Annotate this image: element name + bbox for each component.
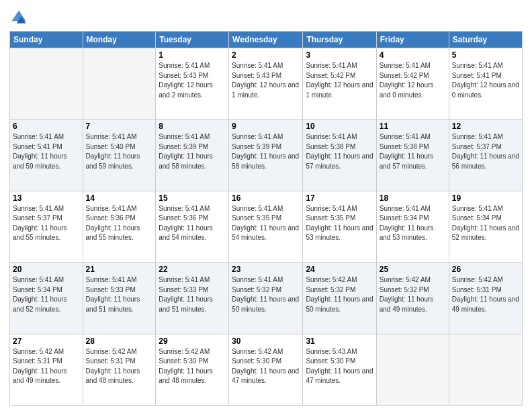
day-number: 31 <box>306 336 373 346</box>
calendar-cell: 25Sunrise: 5:42 AM Sunset: 5:32 PM Dayli… <box>376 263 449 334</box>
calendar-cell: 20Sunrise: 5:41 AM Sunset: 5:34 PM Dayli… <box>10 263 83 334</box>
day-info: Sunrise: 5:42 AM Sunset: 5:32 PM Dayligh… <box>306 275 373 314</box>
day-info: Sunrise: 5:41 AM Sunset: 5:35 PM Dayligh… <box>232 204 300 243</box>
day-info: Sunrise: 5:43 AM Sunset: 5:30 PM Dayligh… <box>306 347 373 386</box>
calendar-cell: 26Sunrise: 5:42 AM Sunset: 5:31 PM Dayli… <box>449 263 522 334</box>
calendar-row: 6Sunrise: 5:41 AM Sunset: 5:41 PM Daylig… <box>10 120 523 191</box>
weekday-header: Tuesday <box>156 32 229 48</box>
day-info: Sunrise: 5:42 AM Sunset: 5:30 PM Dayligh… <box>232 347 300 386</box>
day-number: 30 <box>232 336 300 346</box>
day-number: 11 <box>380 122 446 131</box>
day-number: 26 <box>452 265 519 274</box>
day-number: 4 <box>380 50 446 60</box>
day-info: Sunrise: 5:41 AM Sunset: 5:37 PM Dayligh… <box>13 204 80 243</box>
day-number: 17 <box>306 193 373 203</box>
day-number: 13 <box>13 193 80 203</box>
day-info: Sunrise: 5:41 AM Sunset: 5:34 PM Dayligh… <box>13 275 80 314</box>
day-number: 10 <box>306 122 373 131</box>
day-number: 25 <box>380 265 446 274</box>
calendar-cell <box>83 48 156 120</box>
day-info: Sunrise: 5:42 AM Sunset: 5:32 PM Dayligh… <box>380 275 446 314</box>
calendar-cell: 8Sunrise: 5:41 AM Sunset: 5:39 PM Daylig… <box>156 120 229 191</box>
calendar-header-row: SundayMondayTuesdayWednesdayThursdayFrid… <box>10 32 523 48</box>
svg-marker-0 <box>12 11 26 21</box>
calendar-cell <box>376 334 449 405</box>
calendar-cell: 4Sunrise: 5:41 AM Sunset: 5:42 PM Daylig… <box>376 48 449 120</box>
calendar-cell: 22Sunrise: 5:41 AM Sunset: 5:33 PM Dayli… <box>156 263 229 334</box>
day-number: 23 <box>232 265 300 274</box>
calendar-cell: 9Sunrise: 5:41 AM Sunset: 5:39 PM Daylig… <box>229 120 303 191</box>
calendar-cell: 19Sunrise: 5:41 AM Sunset: 5:34 PM Dayli… <box>449 191 522 262</box>
calendar-cell: 29Sunrise: 5:42 AM Sunset: 5:30 PM Dayli… <box>156 334 229 405</box>
calendar-cell: 1Sunrise: 5:41 AM Sunset: 5:43 PM Daylig… <box>156 48 229 120</box>
day-info: Sunrise: 5:42 AM Sunset: 5:30 PM Dayligh… <box>159 347 226 386</box>
weekday-header: Saturday <box>449 32 522 48</box>
day-info: Sunrise: 5:41 AM Sunset: 5:41 PM Dayligh… <box>452 61 519 100</box>
logo-icon <box>9 8 28 27</box>
day-info: Sunrise: 5:41 AM Sunset: 5:38 PM Dayligh… <box>306 132 373 171</box>
day-number: 5 <box>452 50 519 60</box>
calendar-cell: 16Sunrise: 5:41 AM Sunset: 5:35 PM Dayli… <box>229 191 303 262</box>
day-info: Sunrise: 5:41 AM Sunset: 5:34 PM Dayligh… <box>452 204 519 243</box>
day-number: 1 <box>159 50 226 60</box>
calendar-row: 20Sunrise: 5:41 AM Sunset: 5:34 PM Dayli… <box>10 263 523 334</box>
day-info: Sunrise: 5:41 AM Sunset: 5:41 PM Dayligh… <box>13 132 80 171</box>
day-number: 6 <box>13 122 80 131</box>
calendar-row: 1Sunrise: 5:41 AM Sunset: 5:43 PM Daylig… <box>10 48 523 120</box>
day-number: 29 <box>159 336 226 346</box>
calendar-row: 27Sunrise: 5:42 AM Sunset: 5:31 PM Dayli… <box>10 334 523 405</box>
calendar-cell: 15Sunrise: 5:41 AM Sunset: 5:36 PM Dayli… <box>156 191 229 262</box>
day-number: 15 <box>159 193 226 203</box>
weekday-header: Sunday <box>10 32 83 48</box>
calendar-cell: 30Sunrise: 5:42 AM Sunset: 5:30 PM Dayli… <box>229 334 303 405</box>
calendar-row: 13Sunrise: 5:41 AM Sunset: 5:37 PM Dayli… <box>10 191 523 262</box>
calendar-cell: 11Sunrise: 5:41 AM Sunset: 5:38 PM Dayli… <box>376 120 449 191</box>
weekday-header: Friday <box>376 32 449 48</box>
day-number: 18 <box>380 193 446 203</box>
day-number: 24 <box>306 265 373 274</box>
calendar-cell: 28Sunrise: 5:42 AM Sunset: 5:31 PM Dayli… <box>83 334 156 405</box>
day-number: 7 <box>86 122 153 131</box>
day-number: 21 <box>86 265 153 274</box>
calendar-cell: 13Sunrise: 5:41 AM Sunset: 5:37 PM Dayli… <box>10 191 83 262</box>
day-info: Sunrise: 5:41 AM Sunset: 5:34 PM Dayligh… <box>380 204 446 243</box>
day-info: Sunrise: 5:41 AM Sunset: 5:36 PM Dayligh… <box>159 204 226 243</box>
day-info: Sunrise: 5:41 AM Sunset: 5:33 PM Dayligh… <box>86 275 153 314</box>
weekday-header: Wednesday <box>229 32 303 48</box>
page: SundayMondayTuesdayWednesdayThursdayFrid… <box>0 0 532 411</box>
day-number: 22 <box>159 265 226 274</box>
calendar-cell: 6Sunrise: 5:41 AM Sunset: 5:41 PM Daylig… <box>10 120 83 191</box>
calendar-table: SundayMondayTuesdayWednesdayThursdayFrid… <box>9 31 523 406</box>
day-info: Sunrise: 5:41 AM Sunset: 5:40 PM Dayligh… <box>86 132 153 171</box>
day-info: Sunrise: 5:41 AM Sunset: 5:37 PM Dayligh… <box>452 132 519 171</box>
calendar-cell: 27Sunrise: 5:42 AM Sunset: 5:31 PM Dayli… <box>10 334 83 405</box>
day-info: Sunrise: 5:42 AM Sunset: 5:31 PM Dayligh… <box>86 347 153 386</box>
day-info: Sunrise: 5:41 AM Sunset: 5:39 PM Dayligh… <box>232 132 300 171</box>
day-number: 27 <box>13 336 80 346</box>
day-info: Sunrise: 5:42 AM Sunset: 5:31 PM Dayligh… <box>452 275 519 314</box>
calendar-cell: 23Sunrise: 5:41 AM Sunset: 5:32 PM Dayli… <box>229 263 303 334</box>
calendar-cell: 18Sunrise: 5:41 AM Sunset: 5:34 PM Dayli… <box>376 191 449 262</box>
calendar-cell: 17Sunrise: 5:41 AM Sunset: 5:35 PM Dayli… <box>303 191 376 262</box>
day-number: 2 <box>232 50 300 60</box>
weekday-header: Monday <box>83 32 156 48</box>
calendar-cell: 10Sunrise: 5:41 AM Sunset: 5:38 PM Dayli… <box>303 120 376 191</box>
day-number: 20 <box>13 265 80 274</box>
day-info: Sunrise: 5:41 AM Sunset: 5:36 PM Dayligh… <box>86 204 153 243</box>
weekday-header: Thursday <box>303 32 376 48</box>
calendar-cell: 31Sunrise: 5:43 AM Sunset: 5:30 PM Dayli… <box>303 334 376 405</box>
day-info: Sunrise: 5:42 AM Sunset: 5:31 PM Dayligh… <box>13 347 80 386</box>
day-info: Sunrise: 5:41 AM Sunset: 5:32 PM Dayligh… <box>232 275 300 314</box>
day-info: Sunrise: 5:41 AM Sunset: 5:33 PM Dayligh… <box>159 275 226 314</box>
calendar-cell: 12Sunrise: 5:41 AM Sunset: 5:37 PM Dayli… <box>449 120 522 191</box>
day-number: 3 <box>306 50 373 60</box>
calendar-cell: 21Sunrise: 5:41 AM Sunset: 5:33 PM Dayli… <box>83 263 156 334</box>
day-number: 12 <box>452 122 519 131</box>
day-info: Sunrise: 5:41 AM Sunset: 5:38 PM Dayligh… <box>380 132 446 171</box>
day-info: Sunrise: 5:41 AM Sunset: 5:42 PM Dayligh… <box>380 61 446 100</box>
calendar-cell: 14Sunrise: 5:41 AM Sunset: 5:36 PM Dayli… <box>83 191 156 262</box>
day-number: 16 <box>232 193 300 203</box>
day-info: Sunrise: 5:41 AM Sunset: 5:43 PM Dayligh… <box>159 61 226 100</box>
calendar-cell: 3Sunrise: 5:41 AM Sunset: 5:42 PM Daylig… <box>303 48 376 120</box>
day-info: Sunrise: 5:41 AM Sunset: 5:42 PM Dayligh… <box>306 61 373 100</box>
